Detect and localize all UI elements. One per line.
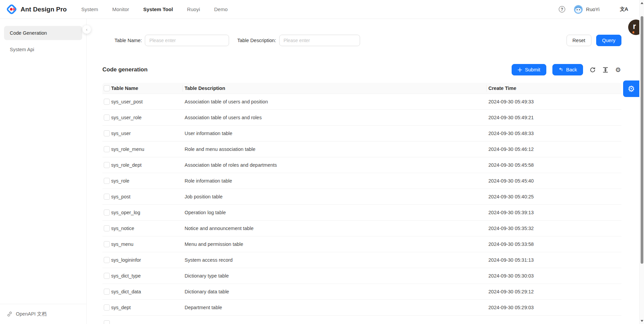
search-actions: Reset Query [567, 35, 621, 46]
table-row[interactable]: sys_user_post Association table of users… [102, 94, 621, 110]
cell-create-time: 2024-09-30 05:30:03 [488, 273, 621, 279]
table-row[interactable]: sys_role_menu Role and menu association … [102, 141, 621, 157]
reset-button[interactable]: Reset [567, 35, 591, 46]
openapi-doc-link[interactable]: OpenAPI 文档 [0, 304, 86, 324]
row-checkbox[interactable] [104, 130, 110, 136]
openapi-doc-label: OpenAPI 文档 [16, 311, 47, 317]
cell-table-name: sys_user_role [111, 115, 185, 120]
table-row[interactable]: sys_menu Menu and permission table 2024-… [102, 236, 621, 252]
row-checkbox[interactable] [104, 304, 110, 311]
translate-icon[interactable]: 文A [620, 6, 628, 12]
cell-create-time: 2024-09-30 05:49:21 [488, 115, 621, 120]
cell-create-time: 2024-09-30 05:29:03 [488, 305, 621, 310]
user-avatar[interactable] [574, 5, 583, 14]
select-all-checkbox[interactable] [104, 85, 110, 91]
row-checkbox[interactable] [104, 178, 110, 184]
table-description-input[interactable] [279, 35, 360, 46]
app-logo[interactable]: Ant Design Pro [6, 4, 67, 15]
cell-table-name: sys_oper_log [111, 210, 185, 215]
table-row[interactable]: sys_oper_log Operation log table 2024-09… [102, 205, 621, 221]
cell-table-description: System access record [185, 257, 488, 263]
cell-create-time: 2024-09-30 05:49:33 [488, 99, 621, 104]
row-checkbox[interactable] [104, 225, 110, 231]
table-card-header: Code generation Submit Back [102, 64, 621, 75]
ant-design-logo-icon [6, 4, 17, 15]
sidebar-menu: Code GenerationSystem Api [0, 19, 86, 57]
table-description-field: Table Description: [237, 35, 360, 46]
cell-table-description: Dictionary type table [185, 273, 488, 279]
table-name-label: Table Name: [115, 38, 142, 43]
table-row[interactable]: sys_notice Notice and announcement table… [102, 221, 621, 236]
scroll-down-arrow-icon[interactable] [641, 320, 643, 322]
cell-table-description: Association table of users and position [185, 99, 488, 104]
nav-item[interactable]: System [74, 0, 105, 19]
cell-table-description: Department table [185, 305, 488, 310]
cell-table-name: sys_role [111, 178, 185, 184]
nav-right: ? RuoYi 文A [559, 5, 628, 14]
cell-table-name: sys_logininfor [111, 257, 185, 263]
vertical-scrollbar[interactable] [639, 0, 644, 324]
row-checkbox[interactable] [104, 146, 110, 152]
table-row[interactable]: sys_dept Department table 2024-09-30 05:… [102, 300, 621, 316]
username[interactable]: RuoYi [586, 6, 600, 12]
cell-create-time: 2024-09-30 05:39:13 [488, 210, 621, 215]
submit-button[interactable]: Submit [512, 64, 546, 75]
table-row-partial[interactable] [102, 316, 621, 324]
table-name-input[interactable] [145, 35, 229, 46]
back-label: Back [566, 67, 577, 72]
row-checkbox[interactable] [104, 209, 110, 216]
cell-table-name: sys_role_menu [111, 147, 185, 152]
row-checkbox[interactable] [104, 241, 110, 247]
reload-icon[interactable] [589, 66, 596, 73]
row-checkbox[interactable] [104, 162, 110, 168]
table-row[interactable]: sys_post Job position table 2024-09-30 0… [102, 189, 621, 205]
settings-icon[interactable]: ⚙ [615, 66, 621, 73]
row-checkbox[interactable] [104, 257, 110, 263]
table-row[interactable]: sys_dict_data Dictionary data table 2024… [102, 284, 621, 300]
row-checkbox[interactable] [104, 289, 110, 295]
cell-table-description: Dictionary data table [185, 289, 488, 294]
top-nav: Ant Design Pro SystemMonitorSystem ToolR… [0, 0, 644, 19]
cell-create-time: 2024-09-30 05:45:40 [488, 178, 621, 184]
theme-settings-button[interactable]: ⚙ [623, 80, 639, 97]
scroll-up-arrow-icon[interactable] [641, 2, 643, 4]
sidebar-item[interactable]: System Api [4, 42, 82, 57]
sidebar-collapse-button[interactable]: ‹ [83, 25, 91, 34]
row-checkbox[interactable] [104, 115, 110, 121]
nav-item[interactable]: Demo [207, 0, 235, 19]
back-button[interactable]: Back [552, 64, 583, 75]
sidebar: Code GenerationSystem Api OpenAPI 文档 [0, 19, 87, 324]
nav-item[interactable]: Monitor [105, 0, 136, 19]
sidebar-item[interactable]: Code Generation [4, 26, 82, 40]
column-height-icon[interactable] [602, 66, 609, 73]
search-form: Table Name: Table Description: Reset Que… [102, 35, 621, 46]
nav-item[interactable]: System Tool [136, 0, 180, 19]
row-checkbox[interactable] [104, 99, 110, 105]
cell-table-description: Association table of roles and departmen… [185, 162, 488, 168]
table-row[interactable]: sys_logininfor System access record 2024… [102, 252, 621, 268]
table-row[interactable]: sys_dict_type Dictionary type table 2024… [102, 268, 621, 284]
card-title: Code generation [102, 66, 148, 73]
table-row[interactable]: sys_user User information table 2024-09-… [102, 126, 621, 141]
table-row[interactable]: sys_role_dept Association table of roles… [102, 157, 621, 173]
table-row[interactable]: sys_role Role information table 2024-09-… [102, 173, 621, 189]
rollback-icon [558, 67, 563, 72]
cell-create-time: 2024-09-30 05:40:25 [488, 194, 621, 199]
ruoyi-badge-letter: r [633, 22, 636, 31]
nav-item[interactable]: Ruoyi [180, 0, 207, 19]
cell-table-name: sys_dept [111, 305, 185, 310]
row-checkbox[interactable] [104, 194, 110, 200]
app-title: Ant Design Pro [21, 6, 67, 13]
cell-create-time: 2024-09-30 05:33:58 [488, 241, 621, 247]
row-checkbox[interactable] [104, 320, 110, 324]
table-row[interactable]: sys_user_role Association table of users… [102, 110, 621, 126]
cell-table-name: sys_role_dept [111, 162, 185, 168]
column-header-table-description: Table Description [185, 83, 488, 94]
plus-icon [518, 68, 522, 72]
table-header-row: Table Name Table Description Create Time [102, 83, 621, 94]
row-checkbox[interactable] [104, 273, 110, 279]
cell-create-time: 2024-09-30 05:45:58 [488, 162, 621, 168]
query-button[interactable]: Query [596, 35, 622, 46]
help-icon[interactable]: ? [559, 6, 565, 12]
scrollbar-thumb[interactable] [641, 16, 643, 264]
